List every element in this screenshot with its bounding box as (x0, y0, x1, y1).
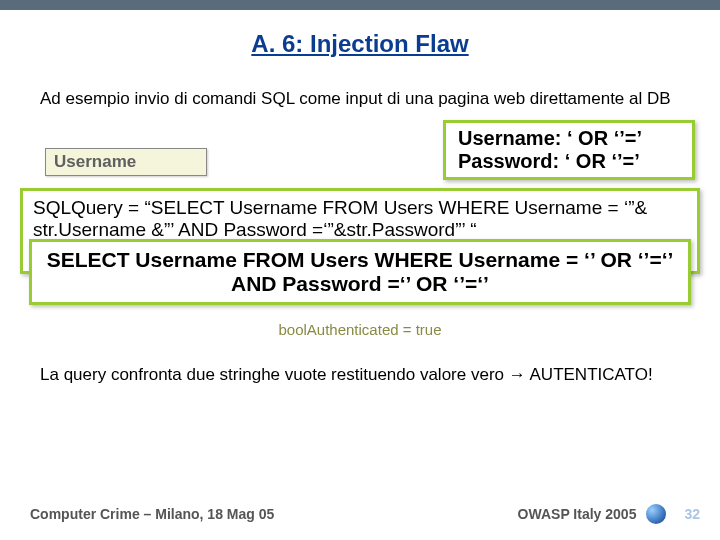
sql-source-line: SQLQuery = “SELECT Username FROM Users W… (33, 197, 687, 241)
footer-left: Computer Crime – Milano, 18 Mag 05 (30, 506, 274, 522)
page-number: 32 (684, 506, 700, 522)
footer-org: OWASP Italy 2005 (518, 506, 637, 522)
payload-username: Username: ‘ OR ‘’=’ (458, 127, 642, 150)
conclusion-paragraph: La query confronta due stringhe vuote re… (40, 364, 680, 386)
resulting-query-box: SELECT Username FROM Users WHERE Usernam… (29, 239, 691, 305)
payload-password: Password: ‘ OR ‘’=’ (458, 150, 642, 173)
intro-paragraph: Ad esempio invio di comandi SQL come inp… (40, 88, 680, 110)
injection-payload-box: Username: ‘ OR ‘’=’ Password: ‘ OR ‘’=’ (443, 120, 695, 180)
top-bar (0, 0, 720, 10)
globe-icon (646, 504, 666, 524)
sql-source-box: SQLQuery = “SELECT Username FROM Users W… (20, 188, 700, 274)
footer: Computer Crime – Milano, 18 Mag 05 OWASP… (0, 504, 720, 524)
example-area: Username Username: ‘ OR ‘’=’ Password: ‘… (35, 128, 700, 188)
slide-title: A. 6: Injection Flaw (0, 30, 720, 58)
footer-right: OWASP Italy 2005 32 (518, 504, 700, 524)
faded-auth-line: boolAuthenticated = true (23, 321, 697, 338)
username-field-label: Username (45, 148, 207, 176)
